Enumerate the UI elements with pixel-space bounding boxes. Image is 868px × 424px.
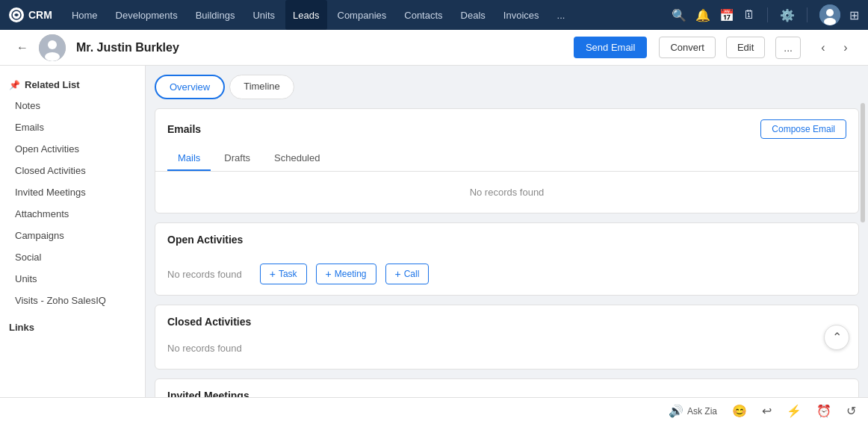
scrollbar-thumb[interactable] [861, 103, 865, 222]
svg-point-5 [48, 40, 57, 49]
search-icon[interactable]: 🔍 [672, 8, 686, 22]
edit-button[interactable]: Edit [726, 37, 765, 58]
closed-activities-title: Closed Activities [167, 316, 251, 328]
sidebar-item-social[interactable]: Social [0, 246, 145, 268]
refresh-button[interactable]: ↺ [846, 404, 856, 418]
reply-icon: ↩ [762, 404, 772, 418]
nav-deals[interactable]: Deals [453, 0, 493, 30]
content-wrapper: Overview Timeline Emails Compose Email M… [146, 66, 868, 424]
plus-icon-3: + [395, 268, 401, 280]
email-tab-drafts[interactable]: Drafts [214, 146, 261, 171]
sidebar: 📌 Related List Notes Emails Open Activit… [0, 66, 146, 424]
calendar-icon[interactable]: 🗓 [743, 8, 755, 22]
calendar-add-icon[interactable]: 📅 [719, 8, 734, 22]
grid-icon[interactable]: ⊞ [849, 8, 859, 22]
closed-activities-header: Closed Activities [155, 305, 858, 335]
sidebar-item-emails[interactable]: Emails [0, 116, 145, 138]
ask-zia-label: Ask Zia [687, 406, 717, 417]
compose-email-button[interactable]: Compose Email [760, 119, 846, 139]
svg-point-6 [45, 52, 60, 61]
sidebar-item-invited-meetings[interactable]: Invited Meetings [0, 181, 145, 203]
next-record-button[interactable]: › [835, 37, 856, 58]
emails-no-records: No records found [155, 172, 858, 213]
nav-companies[interactable]: Companies [330, 0, 394, 30]
record-header: ← Mr. Justin Burkley Send Email Convert … [0, 30, 868, 66]
main-layout: 📌 Related List Notes Emails Open Activit… [0, 66, 868, 424]
alarm-icon: ⏰ [816, 404, 831, 418]
app-name: CRM [28, 9, 52, 21]
pin-icon: 📌 [9, 80, 20, 90]
nav-buildings[interactable]: Buildings [188, 0, 243, 30]
svg-point-2 [826, 9, 834, 16]
sidebar-item-campaigns[interactable]: Campaigns [0, 225, 145, 246]
links-title: Links [0, 311, 145, 337]
scroll-to-top-button[interactable]: ⌃ [824, 325, 849, 350]
emails-section: Emails Compose Email Mails Drafts Schedu… [155, 108, 859, 213]
nav-leads[interactable]: Leads [285, 0, 326, 30]
user-avatar[interactable] [819, 4, 840, 25]
email-tab-scheduled[interactable]: Scheduled [264, 146, 330, 171]
view-tabs: Overview Timeline [155, 75, 859, 99]
closed-activities-no-records: No records found [155, 335, 858, 369]
nav-contacts[interactable]: Contacts [397, 0, 450, 30]
record-title: Mr. Justin Burkley [76, 41, 568, 54]
reply-button[interactable]: ↩ [762, 404, 772, 418]
nav-divider-2 [807, 7, 807, 22]
add-meeting-button[interactable]: + Meeting [316, 264, 376, 284]
emoji-icon: 😊 [732, 404, 747, 418]
sidebar-item-closed-activities[interactable]: Closed Activities [0, 160, 145, 181]
closed-activities-section: Closed Activities No records found ⌃ [155, 305, 859, 370]
main-content: Overview Timeline Emails Compose Email M… [146, 66, 868, 424]
email-tabs: Mails Drafts Scheduled [155, 146, 858, 172]
back-button[interactable]: ← [12, 37, 33, 58]
settings-icon[interactable]: ⚙️ [780, 8, 795, 22]
convert-button[interactable]: Convert [659, 37, 716, 58]
record-navigation: ‹ › [813, 37, 856, 58]
svg-point-3 [824, 18, 836, 25]
record-avatar [39, 34, 66, 61]
nav-developments[interactable]: Developments [108, 0, 185, 30]
nav-invoices[interactable]: Invoices [496, 0, 547, 30]
alarm-button[interactable]: ⏰ [816, 404, 831, 418]
top-navigation: CRM Home Developments Buildings Units Le… [0, 0, 868, 30]
tab-overview[interactable]: Overview [155, 75, 225, 99]
ask-zia-button[interactable]: 🔊 Ask Zia [669, 404, 717, 418]
meeting-label: Meeting [335, 269, 367, 279]
plus-icon-2: + [326, 268, 332, 280]
send-email-button[interactable]: Send Email [574, 37, 647, 58]
nav-units[interactable]: Units [245, 0, 282, 30]
open-activities-no-records: No records found [167, 269, 242, 280]
email-tab-mails[interactable]: Mails [167, 146, 211, 171]
related-list-title: 📌 Related List [0, 72, 145, 95]
prev-record-button[interactable]: ‹ [813, 37, 834, 58]
tab-timeline[interactable]: Timeline [229, 75, 294, 99]
open-activities-body: No records found + Task + Meeting + Call [155, 253, 858, 295]
zia-icon: 🔊 [669, 404, 683, 418]
sidebar-item-units[interactable]: Units [0, 268, 145, 290]
task-label: Task [279, 269, 297, 279]
sidebar-item-notes[interactable]: Notes [0, 95, 145, 116]
plus-icon: + [270, 268, 276, 280]
refresh-icon: ↺ [846, 404, 856, 418]
emails-section-title: Emails [167, 123, 201, 135]
emoji-button[interactable]: 😊 [732, 404, 747, 418]
open-activities-title: Open Activities [167, 234, 243, 246]
more-options-button[interactable]: ... [775, 37, 801, 59]
open-activities-section: Open Activities No records found + Task … [155, 222, 859, 296]
lightning-button[interactable]: ⚡ [787, 404, 802, 418]
nav-icon-group: 🔍 🔔 📅 🗓 ⚙️ ⊞ [672, 4, 859, 25]
add-call-button[interactable]: + Call [385, 264, 430, 284]
app-logo[interactable]: CRM [9, 7, 52, 22]
sidebar-item-attachments[interactable]: Attachments [0, 203, 145, 225]
sidebar-item-open-activities[interactable]: Open Activities [0, 138, 145, 160]
nav-more[interactable]: ... [550, 0, 573, 30]
notification-icon[interactable]: 🔔 [695, 8, 710, 22]
nav-divider [767, 7, 768, 22]
nav-home[interactable]: Home [64, 0, 105, 30]
emails-section-header: Emails Compose Email [155, 109, 858, 146]
lightning-icon: ⚡ [787, 404, 802, 418]
logo-icon [9, 7, 24, 22]
sidebar-item-visits[interactable]: Visits - Zoho SalesIQ [0, 290, 145, 311]
open-activities-header: Open Activities [155, 223, 858, 253]
add-task-button[interactable]: + Task [260, 264, 307, 284]
